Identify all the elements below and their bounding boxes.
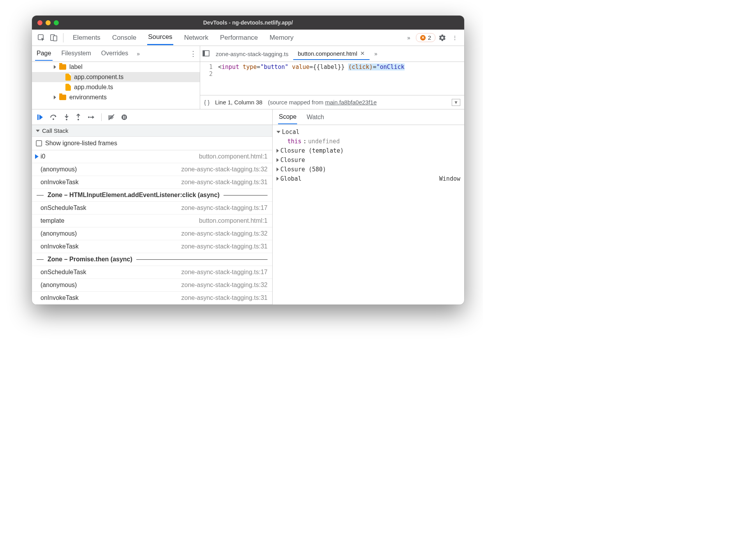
settings-gear-icon[interactable] <box>437 32 448 43</box>
scope-row[interactable]: this: undefined <box>276 137 460 146</box>
more-nav-tabs-icon[interactable]: » <box>137 51 140 57</box>
stack-frame[interactable]: onScheduleTaskzone-async-stack-tagging.t… <box>32 266 272 279</box>
source-map-link[interactable]: main.fa8bfa0e23f1e <box>325 99 377 106</box>
tree-item-label: app.component.ts <box>74 74 123 81</box>
code-lines[interactable]: <input type="button" value={{label}} (cl… <box>216 62 464 95</box>
async-divider: Zone – Promise.then (async) <box>32 253 272 266</box>
tab-performance[interactable]: Performance <box>219 31 259 45</box>
step-into-icon[interactable] <box>64 114 69 121</box>
debugger-right: ScopeWatch Localthis: undefined Closure … <box>273 109 464 305</box>
stack-frame[interactable]: onInvokeTaskzone-async-stack-tagging.ts:… <box>32 240 272 253</box>
frame-location: zone-async-stack-tagging.ts:32 <box>181 230 268 237</box>
frame-location: button.component.html:1 <box>199 217 268 224</box>
frame-location: zone-async-stack-tagging.ts:17 <box>181 269 268 276</box>
stack-frame[interactable]: (anonymous)zone-async-stack-tagging.ts:3… <box>32 163 272 176</box>
scope-watch-tabs: ScopeWatch <box>273 109 464 125</box>
call-stack-header[interactable]: Call Stack <box>32 125 272 137</box>
frame-location: zone-async-stack-tagging.ts:31 <box>181 294 268 301</box>
frame-name: i0 <box>40 153 45 160</box>
inspect-element-icon[interactable] <box>36 32 47 43</box>
stack-frame[interactable]: onScheduleTaskzone-async-stack-tagging.t… <box>32 202 272 215</box>
frame-name: onInvokeTask <box>40 179 79 186</box>
filetab[interactable]: button.component.html✕ <box>293 48 370 60</box>
pretty-print-icon[interactable]: { } <box>204 99 210 106</box>
tree-item[interactable]: app.component.ts <box>32 72 200 82</box>
frame-location: zone-async-stack-tagging.ts:17 <box>181 204 268 211</box>
subrow: PageFilesystemOverrides » ⋮ zone-async-s… <box>32 46 464 62</box>
tab-sources[interactable]: Sources <box>147 30 173 45</box>
tab-memory[interactable]: Memory <box>269 31 294 45</box>
chevron-right-icon <box>276 149 279 153</box>
error-count: 2 <box>428 34 431 41</box>
close-tab-icon[interactable]: ✕ <box>360 50 365 56</box>
navtab-overrides[interactable]: Overrides <box>100 47 130 61</box>
frame-name: onInvokeTask <box>40 243 79 250</box>
code-body[interactable]: 12 <input type="button" value={{label}} … <box>200 62 464 95</box>
chevron-down-icon <box>36 130 40 132</box>
divider <box>63 33 63 42</box>
frame-location: zone-async-stack-tagging.ts:31 <box>181 243 268 250</box>
frame-location: zone-async-stack-tagging.ts:31 <box>181 179 268 186</box>
tree-item[interactable]: app.module.ts <box>32 82 200 92</box>
debugger-left: Call Stack Show ignore-listed frames i0b… <box>32 109 273 305</box>
kebab-menu-icon[interactable]: ⋮ <box>449 32 460 43</box>
debugger-toolbar <box>32 109 272 125</box>
midrow: labelapp.component.tsapp.module.tsenviro… <box>32 62 464 109</box>
scope-row[interactable]: Local <box>276 127 460 137</box>
scope-row[interactable]: Closure (580) <box>276 165 460 174</box>
step-over-icon[interactable] <box>50 114 58 121</box>
frame-name: (anonymous) <box>40 282 77 289</box>
scope-row[interactable]: Closure (template) <box>276 146 460 155</box>
deactivate-breakpoints-icon[interactable] <box>108 114 115 120</box>
scope-row[interactable]: GlobalWindow <box>276 174 460 183</box>
svg-point-8 <box>77 119 79 120</box>
scope-row[interactable]: Closure <box>276 155 460 165</box>
sidebar-tab-scope[interactable]: Scope <box>278 110 297 124</box>
svg-rect-12 <box>123 116 124 119</box>
svg-rect-2 <box>53 36 57 41</box>
step-out-icon[interactable] <box>76 114 81 121</box>
error-counter[interactable]: ✕ 2 <box>416 33 435 42</box>
navtab-filesystem[interactable]: Filesystem <box>60 47 92 61</box>
svg-point-7 <box>66 119 67 120</box>
more-file-tabs-icon[interactable]: » <box>371 51 380 57</box>
stack-frame[interactable]: (anonymous)zone-async-stack-tagging.ts:3… <box>32 279 272 292</box>
device-toolbar-icon[interactable] <box>48 32 59 43</box>
call-stack-frames: i0button.component.html:1(anonymous)zone… <box>32 150 272 305</box>
file-tree[interactable]: labelapp.component.tsapp.module.tsenviro… <box>32 62 200 109</box>
toggle-navigator-icon[interactable] <box>202 50 210 58</box>
stack-frame[interactable]: (anonymous)zone-async-stack-tagging.ts:3… <box>32 227 272 240</box>
editor-statusbar: { } Line 1, Column 38 (source mapped fro… <box>200 95 464 109</box>
divider <box>101 113 102 121</box>
coverage-toggle-icon[interactable]: ▼ <box>452 99 460 106</box>
window-title: DevTools - ng-devtools.netlify.app/ <box>32 19 464 26</box>
tab-console[interactable]: Console <box>111 31 137 45</box>
more-tabs-icon[interactable]: » <box>403 32 414 43</box>
stack-frame[interactable]: templatebutton.component.html:1 <box>32 215 272 227</box>
resume-icon[interactable] <box>37 114 44 121</box>
file-icon <box>65 74 71 81</box>
tree-item[interactable]: label <box>32 62 200 72</box>
checkbox-icon[interactable] <box>36 140 42 146</box>
pause-exceptions-icon[interactable] <box>121 114 127 120</box>
tab-network[interactable]: Network <box>183 31 209 45</box>
stack-frame[interactable]: onInvokeTaskzone-async-stack-tagging.ts:… <box>32 176 272 189</box>
folder-icon <box>59 95 66 100</box>
ignore-listed-toggle[interactable]: Show ignore-listed frames <box>32 137 272 150</box>
navigator-menu-icon[interactable]: ⋮ <box>190 49 197 58</box>
sidebar-tab-watch[interactable]: Watch <box>306 111 325 124</box>
filetab[interactable]: zone-async-stack-tagging.ts <box>211 48 293 60</box>
svg-rect-4 <box>203 51 205 56</box>
tab-elements[interactable]: Elements <box>72 31 101 45</box>
filetab-label: button.component.html <box>298 50 357 57</box>
navtab-page[interactable]: Page <box>35 47 53 61</box>
step-icon[interactable] <box>87 114 95 120</box>
stack-frame[interactable]: i0button.component.html:1 <box>32 150 272 163</box>
frame-name: template <box>40 217 64 224</box>
chevron-right-icon <box>54 95 56 99</box>
stack-frame[interactable]: onInvokeTaskzone-async-stack-tagging.ts:… <box>32 292 272 305</box>
line-gutter: 12 <box>200 62 216 95</box>
tree-item[interactable]: environments <box>32 92 200 102</box>
svg-point-9 <box>88 116 90 118</box>
frame-location: zone-async-stack-tagging.ts:32 <box>181 282 268 289</box>
